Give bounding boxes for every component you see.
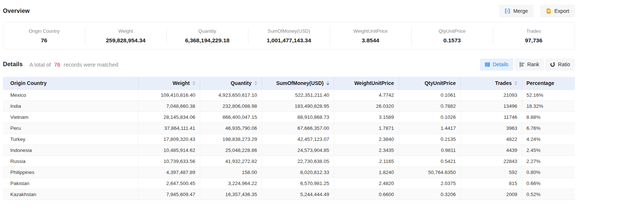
export-button[interactable]: Export	[540, 5, 575, 17]
col-header-content: WeightUnitPrice	[339, 80, 394, 86]
table-row: Turkey17,809,320.43198,838,273.2942,457,…	[3, 134, 575, 145]
cell-sumofmoney-usd: 88,910,868.73	[262, 111, 334, 122]
cell-origin-country: Pakistan	[3, 178, 138, 189]
cell-sumofmoney-usd: 522,351,211.40	[262, 89, 334, 100]
cell-qtyunitprice: 0.2135	[399, 134, 460, 145]
table-row: Kazakhstan7,945,609.4716,357,436.355,244…	[3, 189, 575, 200]
records-matched-text: A total of76records were matched	[29, 61, 118, 68]
cell-quantity: 158.00	[200, 167, 262, 178]
cell-qtyunitprice: 50,764.6350	[399, 167, 460, 178]
col-quantity[interactable]: Quantity	[200, 77, 262, 89]
cell-weight: 28,145,834.06	[138, 111, 200, 122]
tab-details[interactable]: Details	[480, 58, 513, 71]
stat-label: Trades	[493, 28, 574, 34]
stat-origin-country: Origin Country76	[3, 27, 85, 45]
cell-origin-country: Peru	[3, 122, 138, 134]
merge-button[interactable]: Merge	[499, 5, 534, 17]
cell-sumofmoney-usd: 8,020,812.33	[262, 167, 334, 178]
cell-weight: 17,809,320.43	[138, 134, 200, 145]
col-trades[interactable]: Trades	[460, 77, 522, 89]
cell-trades: 3963	[460, 122, 522, 134]
table-row: Peru37,864,111.4146,935,790.0667,666,357…	[3, 122, 575, 134]
cell-quantity: 3,224,964.22	[200, 178, 262, 189]
view-tabs: DetailsRankRatio	[480, 58, 575, 71]
cell-qtyunitprice: 0.1026	[399, 111, 460, 122]
sort-icon	[514, 81, 517, 85]
col-label: WeightUnitPrice	[354, 80, 394, 86]
stat-label: Weight	[85, 28, 167, 34]
col-weight[interactable]: Weight	[138, 77, 200, 89]
overview-stats-card: Origin Country76Weight259,828,954.34Quan…	[3, 22, 575, 50]
tab-ratio[interactable]: Ratio	[545, 58, 575, 71]
stat-label: SumOfMoney(USD)	[248, 28, 330, 34]
tab-label: Rank	[527, 62, 539, 67]
col-label: Quantity	[231, 80, 252, 86]
cell-weight: 4,397,487.89	[138, 167, 200, 178]
cell-weightunitprice: 2.4820	[334, 178, 399, 189]
cell-percentage: 4.24%	[522, 134, 575, 145]
export-icon	[546, 8, 552, 14]
cell-sumofmoney-usd: 24,573,904.85	[262, 145, 334, 156]
stat-value: 97,736	[493, 37, 574, 44]
cell-weightunitprice: 3.1589	[334, 111, 399, 122]
cell-origin-country: Turkey	[3, 134, 138, 145]
cell-trades: 13496	[460, 100, 522, 111]
stat-value: 3.8544	[330, 37, 411, 44]
ratio-icon	[550, 62, 555, 67]
tab-label: Details	[493, 62, 509, 67]
col-label: QtyUnitPrice	[425, 80, 456, 86]
cell-trades: 11746	[460, 111, 522, 122]
cell-qtyunitprice: 0.1061	[399, 89, 460, 100]
cell-quantity: 16,357,436.35	[200, 189, 262, 200]
table-icon	[485, 62, 490, 67]
cell-weightunitprice: 0.6600	[334, 189, 399, 200]
cell-qtyunitprice: 0.9811	[399, 145, 460, 156]
cell-percentage: 18.32%	[522, 100, 575, 111]
tab-label: Ratio	[558, 62, 570, 67]
sort-asc-caret	[326, 81, 329, 83]
sort-asc-caret	[254, 81, 257, 83]
table-row: Pakistan2,647,500.453,224,964.226,570,98…	[3, 178, 575, 189]
col-label: SumOfMoney(USD)	[276, 80, 323, 86]
sort-desc-caret	[192, 83, 195, 85]
cell-weight: 37,864,111.41	[138, 122, 200, 134]
stat-sumofmoney-usd: SumOfMoney(USD)1,001,477,143.34	[248, 27, 330, 45]
cell-weightunitprice: 2.3840	[334, 134, 399, 145]
cell-qtyunitprice: 2.0375	[399, 178, 460, 189]
cell-origin-country: Philippines	[3, 167, 138, 178]
stat-value: 1,001,477,143.34	[248, 37, 330, 44]
cell-quantity: 46,935,790.06	[200, 122, 262, 134]
stat-label: WeightUnitPrice	[330, 28, 411, 34]
cell-trades: 21093	[460, 89, 522, 100]
sort-icon	[192, 81, 195, 85]
sort-asc-caret	[192, 81, 195, 83]
cell-percentage: 2.27%	[522, 156, 575, 167]
details-table-body: Mexico109,410,816.404,923,650,617.10522,…	[3, 89, 575, 200]
col-label: Origin Country	[10, 80, 47, 86]
stat-weightunitprice: WeightUnitPrice3.8544	[330, 27, 411, 45]
cell-percentage: 0.80%	[522, 167, 575, 178]
cell-trades: 4439	[460, 145, 522, 156]
details-bar: Details A total of76records were matched…	[3, 58, 575, 71]
cell-origin-country: Kazakhstan	[3, 189, 138, 200]
col-sumofmoney-usd[interactable]: SumOfMoney(USD)	[262, 77, 334, 89]
cell-origin-country: Mexico	[3, 89, 138, 100]
cell-origin-country: Russia	[3, 156, 138, 167]
cell-quantity: 25,048,228.86	[200, 145, 262, 156]
col-label: Percentage	[527, 80, 554, 86]
merge-icon	[505, 8, 510, 14]
match-suffix: records were matched	[64, 61, 118, 68]
stat-value: 0.1573	[411, 37, 493, 44]
sort-icon	[326, 81, 329, 85]
stat-qtyunitprice: QtyUnitPrice0.1573	[411, 27, 493, 45]
tab-rank[interactable]: Rank	[514, 58, 544, 71]
cell-weightunitprice: 4.7742	[334, 89, 399, 100]
cell-sumofmoney-usd: 22,730,638.05	[262, 156, 334, 167]
cell-percentage: 52.16%	[522, 89, 575, 100]
cell-sumofmoney-usd: 183,490,828.95	[262, 100, 334, 111]
page: Overview Merge Export Origin Country76We…	[3, 0, 575, 200]
stat-value: 6,368,194,229.18	[166, 37, 248, 44]
cell-origin-country: India	[3, 100, 138, 111]
stat-label: Quantity	[166, 28, 248, 34]
col-header-content: Percentage	[527, 80, 571, 86]
